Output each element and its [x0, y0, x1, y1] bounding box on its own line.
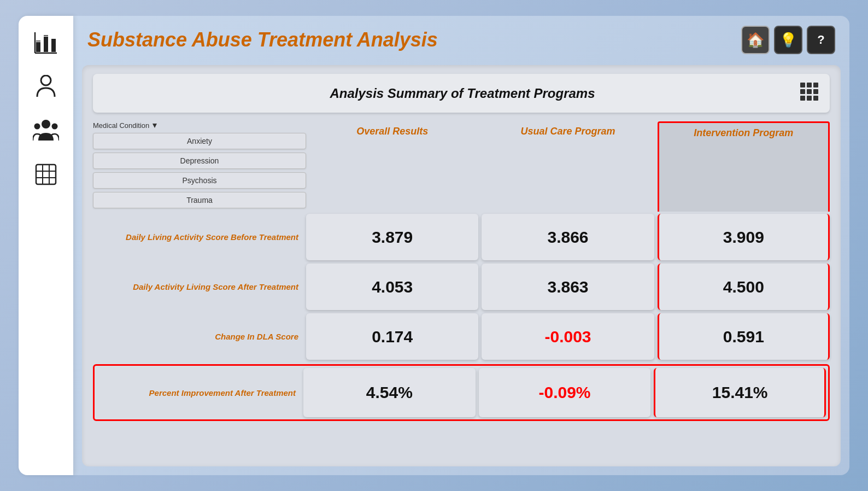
- row-label-0: Daily Living Activity Score Before Treat…: [126, 232, 298, 242]
- header-buttons: 🏠 💡 ?: [741, 26, 835, 54]
- svg-rect-19: [800, 89, 805, 94]
- sidebar: [19, 16, 73, 475]
- svg-rect-20: [807, 89, 812, 94]
- cell-1-2: 4.500: [658, 264, 830, 310]
- filter-label: Medical Condition: [93, 121, 306, 130]
- svg-rect-24: [813, 96, 818, 101]
- cell-2-0: 0.174: [306, 313, 478, 360]
- svg-rect-17: [807, 83, 812, 87]
- grid-icon[interactable]: [799, 81, 819, 105]
- svg-rect-2: [51, 39, 56, 52]
- header: Substance Abuse Treatment Analysis 🏠 💡 ?: [82, 21, 841, 59]
- svg-marker-25: [153, 124, 157, 128]
- cell-2-1: -0.003: [482, 313, 654, 360]
- help-button[interactable]: ?: [807, 26, 835, 54]
- filter-anxiety[interactable]: Anxiety: [93, 133, 306, 149]
- col-header-usual: Usual Care Program: [482, 121, 654, 212]
- col-header-intervention: Intervention Program: [658, 121, 830, 212]
- cell-0-2: 3.909: [658, 214, 830, 260]
- idea-button[interactable]: 💡: [774, 26, 802, 54]
- panel-header: Analysis Summary of Treatment Programs: [93, 74, 830, 113]
- cell-0-0: 3.879: [306, 214, 478, 260]
- svg-rect-21: [813, 89, 818, 94]
- filter-trauma[interactable]: Trauma: [93, 192, 306, 208]
- app-title: Substance Abuse Treatment Analysis: [87, 28, 438, 51]
- svg-rect-11: [36, 165, 56, 184]
- cell-1-1: 3.863: [482, 264, 654, 310]
- last-cell-0: 4.54%: [303, 368, 476, 417]
- svg-point-10: [52, 124, 58, 130]
- person-icon[interactable]: [30, 71, 62, 103]
- svg-point-8: [42, 120, 50, 128]
- table-icon[interactable]: [30, 158, 62, 191]
- col-header-overall: Overall Results: [306, 121, 478, 212]
- group-icon[interactable]: [30, 114, 62, 147]
- cell-0-1: 3.866: [482, 214, 654, 260]
- last-cell-2: 15.41%: [654, 368, 826, 417]
- svg-rect-18: [813, 83, 818, 87]
- svg-point-7: [41, 75, 51, 85]
- filter-psychosis[interactable]: Psychosis: [93, 172, 306, 189]
- row-label-2: Change In DLA Score: [215, 332, 298, 341]
- last-row-label: Percent Improvement After Treatment: [149, 388, 296, 398]
- app-container: Substance Abuse Treatment Analysis 🏠 💡 ?…: [19, 16, 849, 475]
- row-label-1: Daily Activity Living Score After Treatm…: [133, 282, 298, 291]
- cell-2-2: 0.591: [658, 313, 830, 360]
- svg-point-9: [34, 124, 40, 130]
- cell-1-0: 4.053: [306, 264, 478, 310]
- svg-rect-0: [36, 42, 40, 52]
- chart-icon[interactable]: [30, 27, 62, 60]
- filter-depression[interactable]: Depression: [93, 153, 306, 169]
- svg-rect-1: [44, 37, 48, 52]
- last-cell-1: -0.09%: [479, 368, 651, 417]
- main-content: Substance Abuse Treatment Analysis 🏠 💡 ?…: [73, 16, 849, 475]
- panel-title: Analysis Summary of Treatment Programs: [126, 86, 799, 101]
- svg-rect-16: [800, 83, 805, 87]
- svg-rect-22: [800, 96, 805, 101]
- svg-rect-23: [807, 96, 812, 101]
- home-button[interactable]: 🏠: [741, 26, 770, 54]
- analysis-panel: Analysis Summary of Treatment Programs: [82, 65, 841, 466]
